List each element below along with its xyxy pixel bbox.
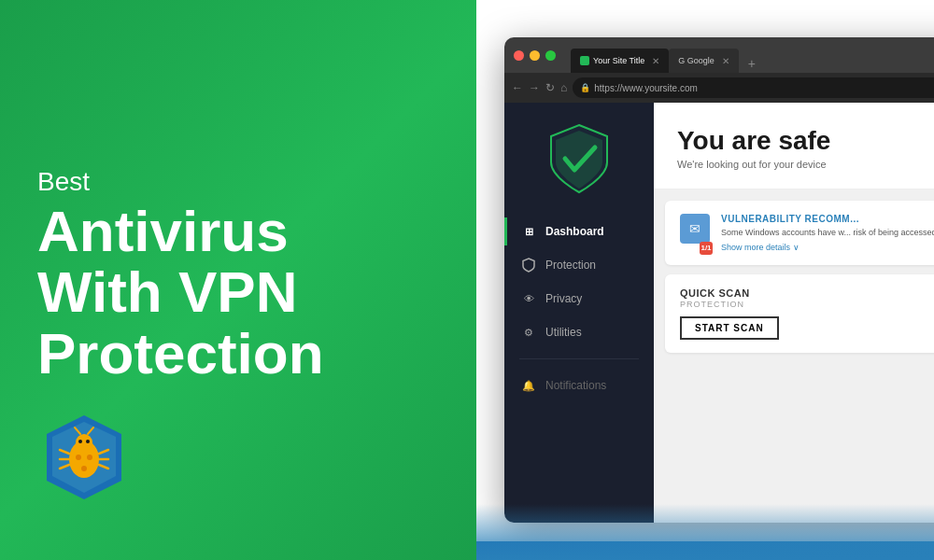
browser-tab-active[interactable]: Your Site Title ✕ bbox=[571, 49, 669, 73]
browser-window: Your Site Title ✕ G Google ✕ + ← → ↻ ⌂ 🔒… bbox=[504, 37, 934, 523]
browser-navbar: ← → ↻ ⌂ 🔒 https://www.yoursite.com bbox=[504, 73, 934, 103]
nav-privacy-label: Privacy bbox=[545, 292, 582, 305]
svg-point-14 bbox=[76, 455, 81, 460]
vulnerability-card: ✉ 1/1 VULNERABILITY RECOMM... Some Windo… bbox=[665, 201, 934, 265]
nav-utilities[interactable]: ⚙ Utilities bbox=[504, 315, 654, 349]
vuln-link[interactable]: Show more details ∨ bbox=[721, 243, 934, 252]
nav-divider bbox=[519, 358, 639, 359]
right-panel: Your Site Title ✕ G Google ✕ + ← → ↻ ⌂ 🔒… bbox=[476, 0, 934, 560]
vuln-badge: 1/1 bbox=[700, 242, 713, 255]
notifications-icon: 🔔 bbox=[521, 378, 536, 393]
bottom-bar bbox=[476, 541, 934, 560]
safe-title: You are safe bbox=[677, 126, 934, 156]
nav-protection[interactable]: Protection bbox=[504, 248, 654, 282]
vuln-text: VULNERABILITY RECOMM... Some Windows acc… bbox=[721, 214, 934, 252]
av-cards: ✉ 1/1 VULNERABILITY RECOMM... Some Windo… bbox=[654, 189, 934, 364]
nav-privacy[interactable]: 👁 Privacy bbox=[504, 282, 654, 315]
scan-title: QUICK SCAN bbox=[680, 287, 934, 299]
nav-notifications-label: Notifications bbox=[545, 379, 606, 392]
bug-shield-badge bbox=[37, 411, 131, 504]
nav-utilities-label: Utilities bbox=[545, 326, 582, 339]
tab-close-icon[interactable]: ✕ bbox=[652, 56, 659, 66]
tab-close-google-icon[interactable]: ✕ bbox=[722, 56, 729, 66]
tab-title-google: G Google bbox=[678, 56, 715, 65]
dashboard-icon: ⊞ bbox=[521, 224, 536, 239]
nav-dashboard[interactable]: ⊞ Dashboard bbox=[504, 215, 654, 248]
big-title: Antivirus With VPN Protection bbox=[37, 201, 439, 383]
start-scan-button[interactable]: START SCAN bbox=[680, 316, 779, 340]
tab-title-active: Your Site Title bbox=[593, 56, 644, 65]
av-sidebar: ⊞ Dashboard Protection 👁 Privacy ⚙ Utili… bbox=[504, 103, 654, 523]
address-text: https://www.yoursite.com bbox=[594, 83, 698, 93]
svg-point-4 bbox=[78, 440, 82, 443]
forward-button[interactable]: → bbox=[529, 81, 540, 94]
privacy-icon: 👁 bbox=[521, 291, 536, 306]
vuln-desc: Some Windows accounts have w... risk of … bbox=[721, 227, 934, 239]
address-bar[interactable]: 🔒 https://www.yoursite.com bbox=[573, 77, 934, 98]
svg-point-3 bbox=[76, 434, 92, 451]
protection-icon bbox=[521, 258, 536, 273]
av-header: You are safe We're looking out for your … bbox=[654, 103, 934, 189]
headline: Best bbox=[37, 167, 439, 197]
traffic-light-green[interactable] bbox=[545, 50, 556, 61]
reload-button[interactable]: ↻ bbox=[545, 81, 555, 94]
back-button[interactable]: ← bbox=[512, 81, 523, 94]
browser-content: ⊞ Dashboard Protection 👁 Privacy ⚙ Utili… bbox=[504, 103, 934, 523]
traffic-light-yellow[interactable] bbox=[530, 50, 540, 61]
tab-favicon bbox=[580, 56, 589, 65]
vuln-icon: ✉ bbox=[680, 214, 710, 244]
traffic-light-red[interactable] bbox=[514, 50, 524, 61]
browser-tab-google[interactable]: G Google ✕ bbox=[669, 49, 739, 73]
svg-point-16 bbox=[81, 466, 87, 471]
nav-notifications[interactable]: 🔔 Notifications bbox=[504, 369, 654, 402]
scan-subtitle: PROTECTION bbox=[680, 300, 934, 309]
svg-point-15 bbox=[87, 455, 92, 460]
safe-subtitle: We're looking out for your device bbox=[677, 159, 934, 170]
vuln-icon-container: ✉ 1/1 bbox=[680, 214, 710, 252]
new-tab-button[interactable]: + bbox=[743, 54, 761, 73]
nav-protection-label: Protection bbox=[545, 259, 596, 272]
svg-point-5 bbox=[86, 440, 90, 443]
quick-scan-card: QUICK SCAN PROTECTION START SCAN bbox=[665, 274, 934, 353]
browser-chrome: Your Site Title ✕ G Google ✕ + bbox=[504, 37, 934, 73]
home-button[interactable]: ⌂ bbox=[560, 81, 567, 94]
left-panel: Best Antivirus With VPN Protection bbox=[0, 0, 476, 560]
nav-dashboard-label: Dashboard bbox=[545, 225, 604, 238]
browser-tabs: Your Site Title ✕ G Google ✕ + bbox=[571, 37, 761, 73]
vuln-title: VULNERABILITY RECOMM... bbox=[721, 214, 934, 224]
vulnerability-content: ✉ 1/1 VULNERABILITY RECOMM... Some Windo… bbox=[680, 214, 934, 252]
utilities-icon: ⚙ bbox=[521, 325, 536, 340]
av-logo bbox=[546, 121, 612, 196]
lock-icon: 🔒 bbox=[580, 83, 590, 92]
av-main-content: You are safe We're looking out for your … bbox=[654, 103, 934, 523]
